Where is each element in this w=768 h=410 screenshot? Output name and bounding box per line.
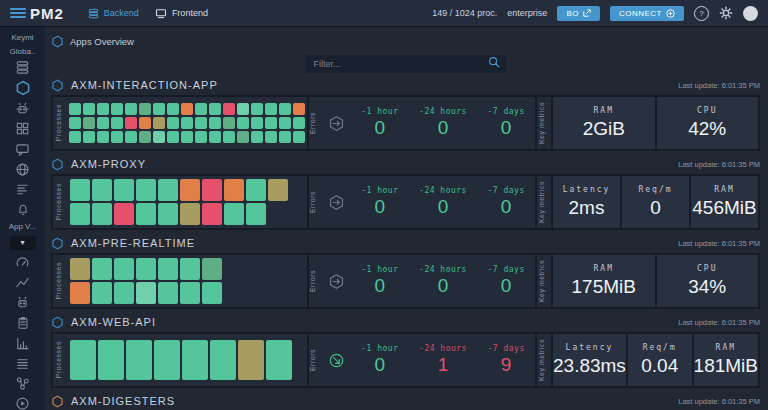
process-cell[interactable] [223,117,235,129]
play-circle-icon[interactable] [15,396,31,410]
servers-icon[interactable] [15,60,31,75]
tab-backend[interactable]: Backend [88,8,139,19]
process-cell[interactable] [92,282,112,304]
process-cell[interactable] [70,340,96,380]
help-icon[interactable]: ? [694,6,709,21]
process-cell[interactable] [265,117,277,129]
globe-icon[interactable] [15,162,31,177]
process-cell[interactable] [181,131,193,143]
process-cell[interactable] [237,131,249,143]
process-cell[interactable] [180,258,200,280]
process-cell[interactable] [114,258,134,280]
process-cell[interactable] [92,258,112,280]
process-cell[interactable] [114,179,134,201]
process-cell[interactable] [246,179,266,201]
process-cell[interactable] [111,117,123,129]
process-cell[interactable] [125,131,137,143]
process-cell[interactable] [223,131,235,143]
app-selector-dropdown[interactable]: ▾ [10,236,36,250]
process-cell[interactable] [266,340,292,380]
filter-input[interactable] [306,55,506,73]
process-cell[interactable] [154,340,180,380]
process-cell[interactable] [97,103,109,115]
process-cell[interactable] [136,203,156,225]
process-cell[interactable] [202,203,222,225]
dashboard-gauge-icon[interactable] [15,255,31,270]
process-cell[interactable] [209,103,221,115]
line-chart-icon[interactable] [15,275,31,290]
process-cell[interactable] [224,203,244,225]
process-cell[interactable] [83,117,95,129]
process-cell[interactable] [180,179,200,201]
process-cell[interactable] [158,282,178,304]
bell-icon[interactable] [15,202,31,217]
process-cell[interactable] [70,179,90,201]
process-cell[interactable] [237,103,249,115]
process-cell[interactable] [279,131,291,143]
process-cell[interactable] [265,131,277,143]
robot-icon[interactable] [15,101,31,116]
process-cell[interactable] [279,117,291,129]
process-cell[interactable] [97,117,109,129]
process-cell[interactable] [195,117,207,129]
metrics-bars-icon[interactable] [15,182,31,197]
process-cell[interactable] [237,117,249,129]
process-cell[interactable] [195,131,207,143]
process-cell[interactable] [158,203,178,225]
process-cell[interactable] [126,340,152,380]
process-cell[interactable] [268,179,288,201]
process-cell[interactable] [69,117,81,129]
process-cell[interactable] [293,131,305,143]
process-cell[interactable] [202,179,222,201]
process-cell[interactable] [136,282,156,304]
pm2-logo[interactable]: PM2 [10,5,64,22]
process-cell[interactable] [180,203,200,225]
process-cell[interactable] [182,340,208,380]
report-clipboard-icon[interactable] [15,315,31,330]
app-name[interactable]: AXM-PROXY [71,158,146,170]
process-cell[interactable] [111,131,123,143]
process-cell[interactable] [209,117,221,129]
process-cell[interactable] [97,131,109,143]
process-cell[interactable] [265,103,277,115]
process-cell[interactable] [202,282,222,304]
process-cell[interactable] [167,117,179,129]
process-cell[interactable] [70,282,90,304]
process-cell[interactable] [158,179,178,201]
process-cell[interactable] [98,340,124,380]
dependencies-icon[interactable] [15,376,31,391]
hexagon-apps-icon[interactable] [15,80,31,96]
bo-button[interactable]: BO [557,6,600,21]
app-name[interactable]: AXM-INTERACTION-APP [71,79,218,91]
process-cell[interactable] [210,340,236,380]
app-name[interactable]: AXM-PRE-REALTIME [71,237,195,249]
connect-button[interactable]: CONNECT [610,6,684,21]
process-cell[interactable] [167,131,179,143]
process-cell[interactable] [209,131,221,143]
process-cell[interactable] [195,103,207,115]
tab-frontend[interactable]: Frontend [155,8,208,19]
process-cell[interactable] [202,258,222,280]
process-cell[interactable] [69,131,81,143]
process-cell[interactable] [92,203,112,225]
process-cell[interactable] [125,117,137,129]
process-cell[interactable] [136,258,156,280]
user-avatar[interactable] [743,6,758,21]
process-cell[interactable] [139,103,151,115]
process-cell[interactable] [158,258,178,280]
search-icon[interactable] [488,56,500,68]
process-cell[interactable] [224,179,244,201]
process-cell[interactable] [251,117,263,129]
robot-profiling-icon[interactable] [15,295,31,310]
process-cell[interactable] [180,282,200,304]
process-cell[interactable] [238,340,264,380]
process-cell[interactable] [69,103,81,115]
app-name[interactable]: AXM-DIGESTERS [71,395,175,407]
process-cell[interactable] [136,179,156,201]
gear-icon[interactable] [719,6,733,20]
process-cell[interactable] [92,179,112,201]
process-cell[interactable] [167,103,179,115]
process-cell[interactable] [125,103,137,115]
process-cell[interactable] [114,282,134,304]
process-cell[interactable] [181,103,193,115]
